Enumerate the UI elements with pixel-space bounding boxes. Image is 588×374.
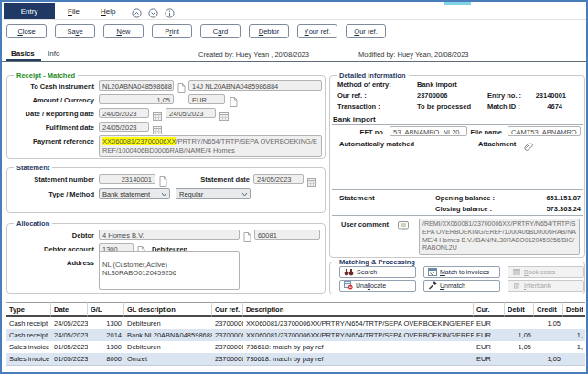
menu-file[interactable]: File [68, 3, 80, 19]
column-header[interactable]: Credit [534, 302, 563, 317]
cell [563, 353, 585, 365]
divider [332, 215, 583, 216]
column-header[interactable]: Type [6, 302, 51, 317]
tab-basics[interactable]: Basics [11, 49, 35, 58]
toolbar: Close Save New Print Card Debtor Your re… [6, 24, 386, 39]
file-name-field[interactable]: CAMT53_ABNAMRO_N [508, 126, 581, 136]
payment-reference-field[interactable]: XX060081/23700006XX/PRTRY/N654/TRTP/SEPA… [99, 135, 322, 157]
matching-processing-group-title: Matching & Processing [337, 258, 418, 266]
match-to-invoices-button[interactable]: Match to invoices [423, 266, 500, 278]
interbank-icon [512, 282, 521, 291]
opening-balance-value: 651.151,87 [513, 194, 581, 202]
menubar: Entry File Help [2, 2, 586, 20]
cell: XX060081/23700006XX/PRTRY/N654/TRTP/SEPA… [243, 329, 474, 341]
table-header-row: Type Date G/L GL description Our ref. De… [6, 302, 585, 317]
transactions-table: Type Date G/L GL description Our ref. De… [6, 302, 585, 366]
table-row[interactable]: Cash receipt 24/05/2023 2014 Bank NL20AB… [6, 329, 585, 341]
closing-balance-label: Closing balance : [435, 205, 492, 213]
currency-field[interactable]: EUR [188, 94, 225, 104]
document-lookup-icon[interactable] [243, 230, 251, 246]
column-header[interactable]: GL description [124, 302, 212, 317]
unallocate-button-label: Unallocate [356, 283, 386, 289]
date-field[interactable]: 24/05/2023 [99, 108, 149, 118]
user-comment-label: User comment [341, 220, 389, 229]
table-row[interactable]: Sales invoice 01/05/2023 8000 Omzet 2370… [6, 353, 585, 365]
column-header[interactable]: Debit ( [563, 302, 585, 317]
cell: 1300 [88, 341, 124, 353]
debtor-button[interactable]: Debtor [249, 24, 289, 38]
statement-number-field[interactable]: 23140001 [99, 174, 155, 184]
unallocate-button[interactable]: Unallocate [339, 280, 416, 292]
table-row[interactable]: Cash receipt 24/05/2023 1300 Debiteuren … [6, 317, 585, 329]
cell [534, 341, 563, 353]
menu-entry[interactable]: Entry [4, 3, 55, 19]
card-button[interactable]: Card [200, 24, 241, 38]
table-row[interactable]: Sales invoice 01/05/2023 1300 Debiteuren… [6, 341, 585, 353]
document-lookup-icon[interactable] [177, 80, 186, 97]
your-ref-button[interactable]: Your ref. [297, 24, 337, 38]
user-comment-field[interactable]: /REMI/XX060081/23700006XX/PRTRY/N654/TRT… [419, 219, 580, 255]
calendar-icon[interactable] [307, 174, 316, 190]
statement-date-field[interactable]: 24/05/2023 [253, 174, 304, 184]
column-header[interactable]: Date [51, 302, 88, 317]
cell: EUR [474, 341, 505, 353]
column-header[interactable]: Debit [505, 302, 534, 317]
statement-method-select[interactable]: Regular [176, 188, 251, 199]
allocation-group-title: Allocation [14, 219, 52, 228]
new-button[interactable]: New [103, 24, 144, 38]
statement-section-label: Statement [339, 194, 375, 202]
our-ref-button[interactable]: Our ref. [346, 24, 386, 38]
column-header[interactable]: Description [243, 302, 474, 317]
debtor-account-label: Debtor account [7, 245, 94, 253]
calendar-icon[interactable] [219, 108, 229, 124]
cell: 736618: match by pay ref [243, 353, 474, 365]
cell [563, 317, 585, 329]
transaction-label: Transaction : [337, 102, 380, 111]
cash-instrument-field[interactable]: NL20ABNA048598688 [99, 80, 174, 91]
cell: EUR [474, 353, 505, 365]
cell: 1300 [88, 317, 124, 329]
cell: Cash receipt [6, 329, 51, 341]
book-costs-button-label: Book costs [524, 269, 555, 275]
cell: 736618: match by pay ref [243, 341, 474, 353]
cell: 2014 [88, 329, 124, 341]
cell: 1,05 [534, 353, 563, 365]
invoice-match-icon [428, 268, 437, 277]
to-cash-instrument-label: To Cash instrument [7, 82, 94, 91]
entry-window: Entry File Help Close Save New Print Car… [0, 0, 588, 374]
method-of-entry-value: Bank import [417, 80, 457, 89]
comment-icon[interactable] [398, 219, 409, 235]
chevron-down-circle-icon[interactable] [148, 5, 158, 22]
column-header[interactable]: Cur. [474, 302, 505, 317]
address-label: Address [7, 259, 94, 267]
amount-field[interactable]: 1,05 [99, 94, 174, 104]
cell: 8000 [88, 353, 124, 365]
reporting-date-field[interactable]: 24/05/2023 [166, 108, 216, 118]
address-line-2: NL30RABO0120459256 [102, 269, 236, 277]
print-button[interactable]: Print [152, 24, 192, 38]
unmatch-button[interactable]: Unmatch [423, 280, 500, 292]
cash-instrument-desc-field: 14J NL20ABNA0485986884 [188, 80, 322, 91]
cell: 23700006 [212, 329, 243, 341]
search-button-label: Search [357, 269, 377, 275]
search-button[interactable]: Search [339, 266, 416, 278]
close-button[interactable]: Close [6, 24, 47, 38]
tab-info[interactable]: Info [48, 49, 59, 58]
document-lookup-icon[interactable] [230, 94, 238, 111]
save-button[interactable]: Save [55, 24, 95, 38]
info-circle-icon[interactable] [165, 5, 175, 22]
debtor-field[interactable]: 4 Homes B.V. [99, 230, 240, 240]
cell: Sales invoice [6, 341, 51, 353]
cell: 01/05/2023 [51, 341, 88, 353]
bank-import-header: Bank import [333, 115, 376, 123]
detailed-information-group-title: Detailed information [337, 71, 409, 80]
statement-type-select[interactable]: Bank statement [99, 188, 170, 199]
menu-help[interactable]: Help [101, 3, 115, 19]
column-header[interactable]: G/L [88, 302, 124, 317]
address-field[interactable]: NL (Customer,Active) NL30RABO0120459256 [99, 251, 240, 290]
cell: Sales invoice [6, 353, 51, 365]
paperclip-icon[interactable] [524, 139, 534, 155]
column-header[interactable]: Our ref. [212, 302, 243, 317]
chevron-up-circle-icon[interactable] [132, 5, 142, 22]
fulfilment-date-field[interactable]: 24/05/2023 [99, 122, 149, 132]
